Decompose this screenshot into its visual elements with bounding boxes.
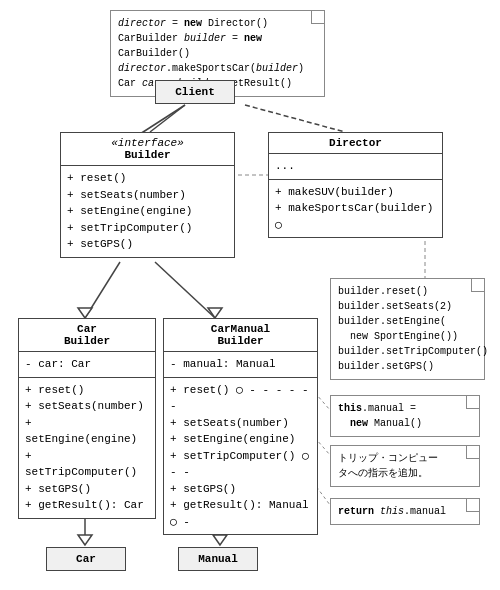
note1-line2: builder.setSeats(2): [338, 299, 477, 314]
note3-box: トリップ・コンピュー タへの指示を追加。: [330, 445, 480, 487]
car-manual-builder-box: CarManualBuilder - manual: Manual + rese…: [163, 318, 318, 535]
car-manual-m3: + setEngine(engine): [170, 431, 311, 448]
note1-line6: builder.setGPS(): [338, 359, 477, 374]
note2-box: this.manual = new Manual(): [330, 395, 480, 437]
director-methods: + makeSUV(builder) + makeSportsCar(build…: [269, 180, 442, 238]
car-builder-fields: - car: Car: [19, 352, 155, 378]
note3-line2: タへの指示を追加。: [338, 466, 472, 481]
car-box: Car: [46, 547, 126, 571]
car-builder-title: CarBuilder: [19, 319, 155, 352]
builder-method-4: + setTripComputer(): [67, 220, 228, 237]
car-manual-m2: + setSeats(number): [170, 415, 311, 432]
car-manual-builder-title: CarManualBuilder: [164, 319, 317, 352]
director-title: Director: [269, 133, 442, 154]
svg-line-3: [85, 262, 120, 318]
note4-line1: return this.manual: [338, 504, 472, 519]
note3-line1: トリップ・コンピュー: [338, 451, 472, 466]
svg-line-4: [155, 262, 215, 318]
client-label: Client: [175, 86, 215, 98]
car-manual-m1: + reset() ◯ - - - - - -: [170, 382, 311, 415]
director-method-1: + makeSUV(builder): [275, 184, 436, 201]
svg-line-1: [245, 105, 345, 132]
note4-box: return this.manual: [330, 498, 480, 525]
svg-marker-12: [208, 308, 222, 318]
car-builder-m4: + setTripComputer(): [25, 448, 149, 481]
builder-stereotype: «interface»: [67, 137, 228, 149]
car-builder-m6: + getResult(): Car: [25, 497, 149, 514]
car-manual-builder-fields: - manual: Manual: [164, 352, 317, 378]
car-manual-field-1: - manual: Manual: [170, 356, 311, 373]
builder-method-5: + setGPS(): [67, 236, 228, 253]
car-builder-m3: + setEngine(engine): [25, 415, 149, 448]
code-line-3: director.makeSportsCar(builder): [118, 61, 317, 76]
car-builder-m5: + setGPS(): [25, 481, 149, 498]
code-line-1: director = new Director(): [118, 16, 317, 31]
car-builder-methods: + reset() + setSeats(number) + setEngine…: [19, 378, 155, 518]
note2-line1: this.manual =: [338, 401, 472, 416]
builder-box: «interface» Builder + reset() + setSeats…: [60, 132, 235, 258]
director-note: builder.reset() builder.setSeats(2) buil…: [330, 278, 485, 380]
builder-method-3: + setEngine(engine): [67, 203, 228, 220]
note1-line3: builder.setEngine(: [338, 314, 477, 329]
director-field-1: ...: [275, 158, 436, 175]
builder-method-2: + setSeats(number): [67, 187, 228, 204]
car-builder-field-1: - car: Car: [25, 356, 149, 373]
code-line-2: CarBuilder builder = new CarBuilder(): [118, 31, 317, 61]
director-box: Director ... + makeSUV(builder) + makeSp…: [268, 132, 443, 238]
svg-line-0: [150, 105, 185, 132]
manual-label: Manual: [198, 553, 238, 565]
director-name: Director: [329, 137, 382, 149]
note1-line1: builder.reset(): [338, 284, 477, 299]
car-manual-m5: + setGPS(): [170, 481, 311, 498]
svg-marker-14: [213, 535, 227, 545]
svg-line-15: [140, 105, 185, 134]
builder-title: «interface» Builder: [61, 133, 234, 166]
note2-line2: new Manual(): [338, 416, 472, 431]
car-manual-m4: + setTripComputer() ◯ - -: [170, 448, 311, 481]
car-builder-m2: + setSeats(number): [25, 398, 149, 415]
director-fields: ...: [269, 154, 442, 180]
builder-name: Builder: [67, 149, 228, 161]
svg-marker-11: [78, 308, 92, 318]
svg-marker-13: [78, 535, 92, 545]
car-builder-m1: + reset(): [25, 382, 149, 399]
builder-method-1: + reset(): [67, 170, 228, 187]
car-manual-m6: + getResult(): Manual ◯ -: [170, 497, 311, 530]
uml-diagram: director = new Director() CarBuilder bui…: [0, 0, 500, 590]
car-builder-box: CarBuilder - car: Car + reset() + setSea…: [18, 318, 156, 519]
note1-line5: builder.setTripComputer(): [338, 344, 477, 359]
note1-line4: new SportEngine()): [338, 329, 477, 344]
car-manual-builder-methods: + reset() ◯ - - - - - - + setSeats(numbe…: [164, 378, 317, 535]
manual-box: Manual: [178, 547, 258, 571]
builder-methods: + reset() + setSeats(number) + setEngine…: [61, 166, 234, 257]
client-box: Client: [155, 80, 235, 104]
car-label: Car: [76, 553, 96, 565]
director-method-2: + makeSportsCar(builder) ◯: [275, 200, 436, 233]
